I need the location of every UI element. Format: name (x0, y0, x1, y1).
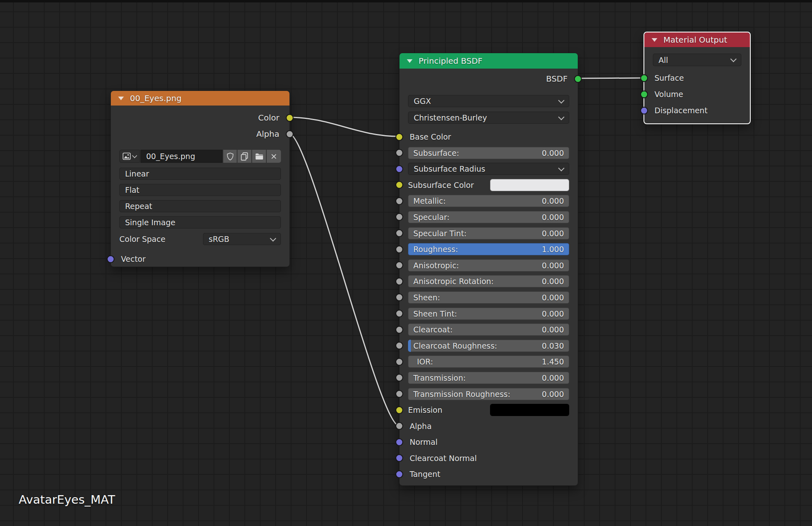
metallic-input-socket[interactable] (395, 197, 403, 205)
fake-user-button[interactable] (223, 150, 237, 163)
principled-bsdf-title: Principled BSDF (419, 56, 482, 66)
transmission-roughness-slider[interactable]: Transmission Roughness: 0.000 (408, 388, 569, 400)
principled-bsdf-header[interactable]: Principled BSDF (400, 53, 578, 69)
sheen-tint-input-socket[interactable] (395, 310, 403, 317)
metallic-slider[interactable]: Metallic: 0.000 (408, 195, 569, 207)
anisotropic-input-socket[interactable] (395, 261, 403, 269)
subsurface-color-swatch[interactable] (490, 179, 569, 191)
volume-input-socket[interactable] (640, 91, 648, 98)
ior-input-socket[interactable] (395, 358, 403, 366)
surface-input-label: Surface (654, 73, 684, 82)
projection-dropdown[interactable]: Flat (119, 184, 281, 196)
emission-color-swatch[interactable] (490, 404, 569, 416)
extension-dropdown[interactable]: Repeat (119, 200, 281, 212)
collapse-triangle-icon[interactable] (407, 59, 412, 63)
clearcoat-row: Clearcoat: 0.000 (408, 323, 569, 336)
source-row: Single Image (119, 216, 281, 229)
subsurface-radius-dropdown[interactable]: Subsurface Radius (408, 163, 569, 175)
link-color-to-basecolor (289, 117, 399, 136)
subsurface-method-row: Christensen-Burley (408, 112, 569, 124)
image-browse-button[interactable] (119, 150, 140, 163)
base-color-input-socket[interactable] (395, 133, 403, 141)
color-output-socket[interactable] (286, 114, 294, 122)
clearcoat-normal-input-row: Clearcoat Normal (408, 452, 569, 464)
displacement-input-socket[interactable] (640, 107, 648, 114)
sheen-row: Sheen: 0.000 (408, 291, 569, 304)
clearcoat-roughness-slider[interactable]: Clearcoat Roughness: 0.030 (408, 340, 569, 352)
bsdf-output-label: BSDF (546, 74, 568, 84)
image-texture-node-header[interactable]: 00_Eyes.png (111, 91, 289, 106)
tangent-input-socket[interactable] (395, 470, 403, 478)
interpolation-row: Linear (119, 168, 281, 180)
clearcoat-normal-input-socket[interactable] (395, 454, 403, 462)
transmission-roughness-input-socket[interactable] (395, 390, 403, 398)
transmission-slider[interactable]: Transmission: 0.000 (408, 372, 569, 384)
alpha-input-label: Alpha (410, 422, 432, 431)
surface-input-socket[interactable] (640, 74, 648, 82)
interpolation-dropdown[interactable]: Linear (119, 168, 281, 180)
collapse-triangle-icon[interactable] (652, 38, 657, 42)
image-texture-node[interactable]: 00_Eyes.png Color Alpha 00_Eyes.png (110, 91, 290, 267)
alpha-input-socket[interactable] (395, 422, 403, 430)
close-icon (271, 153, 277, 160)
sheen-slider[interactable]: Sheen: 0.000 (408, 291, 569, 304)
chevron-down-icon (558, 114, 565, 120)
bsdf-output-socket[interactable] (574, 75, 582, 83)
specular-tint-input-socket[interactable] (395, 229, 403, 237)
subsurface-input-socket[interactable] (395, 149, 403, 157)
distribution-dropdown[interactable]: GGX (408, 95, 569, 107)
material-output-header[interactable]: Material Output (644, 32, 750, 47)
sheen-tint-slider[interactable]: Sheen Tint: 0.000 (408, 308, 569, 320)
source-dropdown[interactable]: Single Image (119, 216, 281, 229)
material-output-node[interactable]: Material Output All Surface Volume Displ… (644, 32, 751, 124)
alpha-output-socket[interactable] (286, 130, 294, 138)
ior-slider[interactable]: IOR: 1.450 (408, 356, 569, 368)
sheen-tint-row: Sheen Tint: 0.000 (408, 308, 569, 320)
folder-icon (255, 153, 263, 160)
extension-row: Repeat (119, 200, 281, 212)
bsdf-output-row: BSDF (408, 73, 569, 85)
anisotropic-slider[interactable]: Anisotropic: 0.000 (408, 259, 569, 272)
material-output-title: Material Output (663, 35, 727, 45)
color-space-dropdown[interactable]: sRGB (203, 233, 281, 245)
source-value: Single Image (125, 218, 175, 227)
subsurface-method-dropdown[interactable]: Christensen-Burley (408, 112, 569, 124)
clearcoat-input-socket[interactable] (395, 326, 403, 334)
roughness-input-socket[interactable] (395, 246, 403, 253)
subsurface-row: Subsurface: 0.000 (408, 147, 569, 159)
anisotropic-row: Anisotropic: 0.000 (408, 259, 569, 272)
specular-input-socket[interactable] (395, 213, 403, 221)
tangent-input-row: Tangent (408, 468, 569, 480)
specular-tint-slider[interactable]: Specular Tint: 0.000 (408, 227, 569, 239)
clearcoat-slider[interactable]: Clearcoat: 0.000 (408, 323, 569, 336)
image-name-field[interactable]: 00_Eyes.png (140, 150, 222, 163)
unlink-image-button[interactable] (267, 150, 281, 163)
tangent-input-label: Tangent (410, 470, 440, 479)
clearcoat-roughness-input-socket[interactable] (395, 342, 403, 349)
transmission-input-socket[interactable] (395, 374, 403, 382)
roughness-slider[interactable]: Roughness: 1.000 (408, 243, 569, 255)
new-image-button[interactable] (238, 150, 251, 163)
subsurface-radius-row: Subsurface Radius (408, 163, 569, 175)
link-alpha-to-alpha (289, 134, 399, 426)
collapse-triangle-icon[interactable] (118, 97, 124, 100)
vector-input-socket[interactable] (107, 255, 114, 263)
anisotropic-rotation-slider[interactable]: Anisotropic Rotation: 0.000 (408, 275, 569, 287)
subsurface-radius-input-socket[interactable] (395, 165, 403, 173)
principled-bsdf-node[interactable]: Principled BSDF BSDF GGX Christensen-Bur… (399, 53, 578, 486)
normal-input-socket[interactable] (395, 438, 403, 446)
image-datablock-row: 00_Eyes.png (119, 150, 281, 163)
subsurface-slider[interactable]: Subsurface: 0.000 (408, 147, 569, 159)
open-image-button[interactable] (252, 150, 266, 163)
projection-value: Flat (125, 185, 139, 194)
subsurface-color-label: Subsurface Color (408, 181, 474, 190)
specular-slider[interactable]: Specular: 0.000 (408, 211, 569, 223)
image-icon (123, 153, 131, 160)
anisotropic-rotation-input-socket[interactable] (395, 278, 403, 285)
emission-input-socket[interactable] (395, 406, 403, 414)
subsurface-color-input-socket[interactable] (395, 181, 403, 189)
roughness-row: Roughness: 1.000 (408, 243, 569, 255)
color-space-row: Color Space sRGB (119, 233, 281, 245)
target-dropdown[interactable]: All (653, 54, 741, 66)
sheen-input-socket[interactable] (395, 293, 403, 301)
